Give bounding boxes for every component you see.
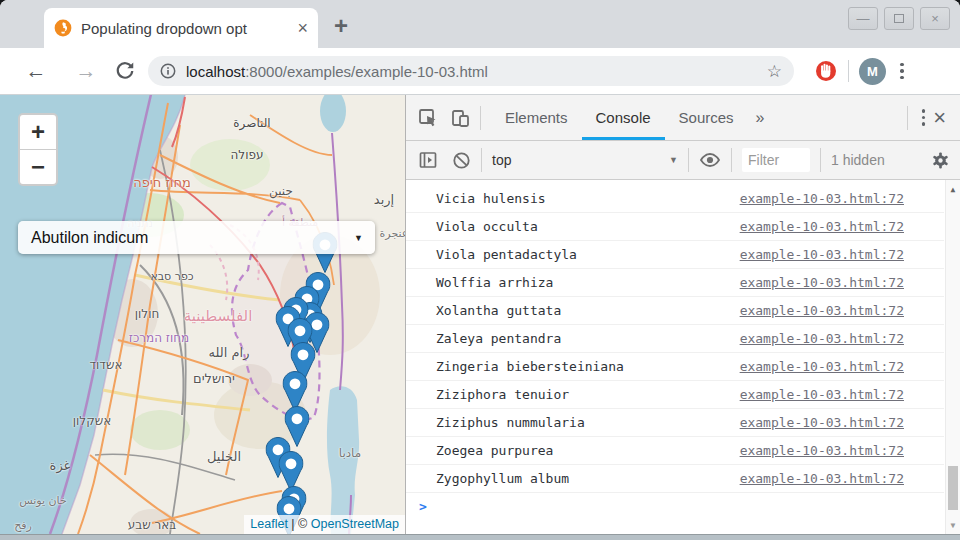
zoom-in-button[interactable]: + xyxy=(20,115,56,150)
console-pane[interactable]: Vicia hulensis example-10-03.html:72 Vio… xyxy=(406,180,960,534)
map-place-label: رفح xyxy=(14,519,32,532)
scrollbar-thumb[interactable] xyxy=(948,466,958,510)
page-info-icon[interactable] xyxy=(160,63,176,79)
forward-button[interactable]: → xyxy=(72,59,100,83)
filter-input[interactable] xyxy=(742,148,810,172)
console-source-link[interactable]: example-10-03.html:72 xyxy=(740,275,904,290)
tab-title-fade xyxy=(258,14,284,42)
devtools-menu-icon[interactable] xyxy=(922,109,926,126)
devtools-close-icon[interactable]: × xyxy=(933,105,946,131)
toolbar-divider xyxy=(848,60,849,82)
devtools-divider xyxy=(907,106,908,130)
osm-link[interactable]: OpenStreetMap xyxy=(311,517,399,531)
extension-hand-icon[interactable] xyxy=(814,59,838,83)
console-log-row: Vicia hulensis example-10-03.html:72 xyxy=(406,185,944,213)
console-scrollbar[interactable]: ▲ ▼ xyxy=(945,180,960,534)
tab-close-icon[interactable]: × xyxy=(297,19,308,37)
console-log-message: Zoegea purpurea xyxy=(436,443,740,458)
map-place-label: مادبا xyxy=(339,446,361,460)
console-log-list: Vicia hulensis example-10-03.html:72 Vio… xyxy=(406,180,944,493)
console-log-message: Ziziphus nummularia xyxy=(436,415,740,430)
console-source-link[interactable]: example-10-03.html:72 xyxy=(740,219,904,234)
console-source-link[interactable]: example-10-03.html:72 xyxy=(740,331,904,346)
devtools-tab-bar: Elements Console Sources » × xyxy=(406,95,960,141)
tab-title: Populating dropdown opt xyxy=(81,20,277,37)
console-source-link[interactable]: example-10-03.html:72 xyxy=(740,191,904,206)
console-log-message: Zingeria biebersteiniana xyxy=(436,359,740,374)
reload-button[interactable] xyxy=(114,60,136,82)
map-place-label: עפולה xyxy=(231,148,264,162)
console-log-row: Zaleya pentandra example-10-03.html:72 xyxy=(406,325,944,353)
console-source-link[interactable]: example-10-03.html:72 xyxy=(740,387,904,402)
context-selector[interactable]: top ▼ xyxy=(492,152,678,168)
console-log-message: Zaleya pentandra xyxy=(436,331,740,346)
map-place-label: جنين xyxy=(269,184,293,198)
console-log-row: Zygophyllum album example-10-03.html:72 xyxy=(406,465,944,493)
leaflet-map[interactable]: الناصرة עפולה מחוז חיפה جنين إربد נתניה … xyxy=(0,95,405,534)
console-source-link[interactable]: example-10-03.html:72 xyxy=(740,359,904,374)
bookmark-star-icon[interactable]: ☆ xyxy=(767,61,782,82)
console-source-link[interactable]: example-10-03.html:72 xyxy=(740,247,904,262)
chevron-down-icon: ▼ xyxy=(669,155,678,165)
map-place-label: الخليل xyxy=(207,449,241,464)
tab-console[interactable]: Console xyxy=(582,95,665,140)
console-source-link[interactable]: example-10-03.html:72 xyxy=(740,443,904,458)
window-bottom-border xyxy=(0,534,960,540)
console-source-link[interactable]: example-10-03.html:72 xyxy=(740,415,904,430)
toolbar-divider xyxy=(820,148,821,172)
tab-elements[interactable]: Elements xyxy=(491,95,582,140)
scroll-up-arrow-icon[interactable]: ▲ xyxy=(946,182,960,196)
devtools-controls: × xyxy=(897,95,960,140)
map-place-label: عنجرة xyxy=(380,227,405,240)
map-place-label: מחוז המרכז xyxy=(129,331,190,345)
more-tabs-button[interactable]: » xyxy=(748,109,773,127)
map-attribution: Leaflet | © OpenStreetMap xyxy=(244,515,405,534)
live-expression-eye-icon[interactable] xyxy=(699,152,721,168)
tab-sources[interactable]: Sources xyxy=(665,95,748,140)
browser-tab[interactable]: Populating dropdown opt × xyxy=(44,8,318,48)
console-log-message: Zygophyllum album xyxy=(436,471,740,486)
map-place-label: ירושלים xyxy=(193,371,235,386)
back-button[interactable]: ← xyxy=(22,59,50,83)
species-select[interactable]: Abutilon indicum ▼ xyxy=(18,221,375,254)
map-place-label: מחוז חיפה xyxy=(133,175,191,190)
scroll-down-arrow-icon[interactable]: ▼ xyxy=(946,518,960,532)
toolbar-divider xyxy=(688,148,689,172)
console-sidebar-icon[interactable] xyxy=(418,150,438,170)
species-select-value: Abutilon indicum xyxy=(31,229,148,247)
leaflet-link[interactable]: Leaflet xyxy=(250,517,288,531)
device-toolbar-icon[interactable] xyxy=(450,108,470,128)
console-toolbar: top ▼ 1 hidden xyxy=(406,141,960,180)
console-source-link[interactable]: example-10-03.html:72 xyxy=(740,303,904,318)
map-zoom-control: + − xyxy=(18,113,58,186)
console-log-message: Viola occulta xyxy=(436,219,740,234)
url-path: :8000/examples/example-10-03.html xyxy=(245,63,488,80)
map-place-label: אשדוד xyxy=(90,358,123,372)
console-log-row: Wolffia arrhiza example-10-03.html:72 xyxy=(406,269,944,297)
clear-console-icon[interactable] xyxy=(452,151,471,170)
map-place-label: إربد xyxy=(374,192,394,207)
console-log-message: Wolffia arrhiza xyxy=(436,275,740,290)
browser-window: Populating dropdown opt × + — × ← → loca… xyxy=(0,0,960,540)
map-place-label: رام الله xyxy=(209,345,250,360)
prompt-chevron-icon: > xyxy=(419,499,427,514)
window-controls: — × xyxy=(848,7,950,30)
zoom-out-button[interactable]: − xyxy=(20,150,56,184)
maximize-button[interactable] xyxy=(884,7,914,30)
console-log-message: Vicia hulensis xyxy=(436,191,740,206)
browser-menu-icon[interactable] xyxy=(900,63,904,80)
console-settings-gear-icon[interactable] xyxy=(931,151,950,170)
browser-toolbar: ← → localhost:8000/examples/example-10-0… xyxy=(0,48,960,95)
inspect-element-icon[interactable] xyxy=(418,108,438,128)
profile-avatar[interactable]: M xyxy=(859,58,886,85)
console-source-link[interactable]: example-10-03.html:72 xyxy=(740,471,904,486)
url-bar[interactable]: localhost:8000/examples/example-10-03.ht… xyxy=(148,56,794,86)
console-prompt[interactable]: > xyxy=(406,493,960,520)
minimize-button[interactable]: — xyxy=(848,7,878,30)
hidden-messages-label[interactable]: 1 hidden xyxy=(831,152,885,168)
console-log-message: Xolantha guttata xyxy=(436,303,740,318)
tab-favicon-icon xyxy=(54,19,72,37)
map-place-label: כפר סבא xyxy=(150,270,193,283)
new-tab-button[interactable]: + xyxy=(334,12,348,40)
close-button[interactable]: × xyxy=(920,7,950,30)
